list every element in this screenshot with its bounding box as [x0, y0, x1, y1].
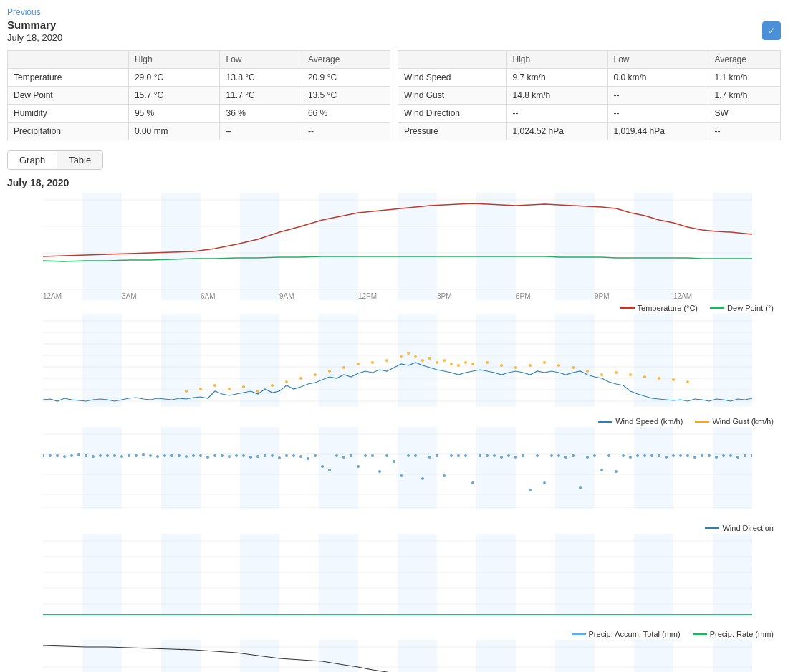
row-value: 1,019.44 hPa	[607, 123, 708, 140]
row-value: 0.00 mm	[128, 123, 220, 140]
svg-point-188	[729, 454, 732, 457]
svg-point-182	[686, 454, 689, 457]
svg-point-124	[271, 454, 274, 457]
precipitation-chart: 1 0.8 0.6 0.4 0.2 0 Precip. Accum. Total…	[7, 534, 781, 640]
svg-point-150	[457, 454, 460, 457]
col-header-high: High	[128, 51, 220, 69]
svg-point-136	[357, 465, 360, 468]
summary-table-2: High Low Average Wind Speed9.7 km/h0.0 k…	[398, 50, 781, 140]
row-value: --	[708, 123, 781, 140]
svg-point-117	[221, 454, 224, 457]
row-value: 95 %	[128, 105, 220, 123]
previous-link[interactable]: Previous	[7, 7, 781, 17]
svg-point-47	[357, 363, 360, 365]
row-value: 9.7 km/h	[506, 69, 607, 87]
svg-point-62	[500, 364, 503, 367]
svg-point-50	[400, 355, 403, 358]
svg-point-185	[708, 454, 711, 457]
row-value: 66 %	[302, 105, 390, 123]
svg-point-167	[579, 486, 582, 489]
svg-point-121	[249, 456, 252, 459]
svg-point-148	[443, 474, 446, 477]
svg-point-183	[693, 456, 696, 459]
svg-point-44	[314, 373, 317, 376]
svg-point-95	[63, 455, 66, 458]
svg-point-54	[428, 357, 431, 360]
svg-point-67	[572, 366, 575, 369]
tab-table[interactable]: Table	[57, 151, 102, 169]
svg-point-100	[99, 454, 102, 457]
svg-point-64	[529, 364, 532, 367]
svg-point-138	[371, 454, 374, 457]
svg-point-146	[428, 456, 431, 459]
svg-point-175	[636, 454, 639, 457]
svg-point-163	[550, 454, 553, 457]
row-label: Dew Point	[8, 87, 129, 105]
row-value: 13.5 °C	[302, 87, 390, 105]
svg-point-174	[629, 456, 632, 459]
svg-point-141	[393, 460, 395, 463]
row-value: 13.8 °C	[220, 69, 302, 87]
svg-point-49	[385, 359, 388, 362]
svg-point-71	[629, 373, 632, 376]
svg-point-144	[414, 454, 417, 457]
svg-point-48	[371, 361, 374, 364]
row-value: 1.7 km/h	[708, 87, 781, 105]
svg-point-106	[142, 453, 145, 456]
svg-point-107	[149, 454, 152, 457]
row-value: 36 %	[220, 105, 302, 123]
svg-point-159	[522, 454, 524, 457]
svg-point-152	[471, 481, 474, 484]
col-header-high: High	[506, 51, 607, 69]
svg-point-119	[235, 454, 238, 457]
col-header-label	[398, 51, 507, 69]
svg-point-52	[414, 355, 417, 358]
svg-point-134	[342, 456, 345, 459]
tab-graph[interactable]: Graph	[8, 151, 57, 169]
svg-point-110	[170, 454, 173, 457]
svg-text:12AM: 12AM	[673, 292, 692, 300]
svg-point-176	[643, 454, 646, 457]
next-icon[interactable]: ✓	[762, 21, 781, 40]
precip-legend: Precip. Accum. Total (mm) Precip. Rate (…	[7, 627, 781, 640]
wind-direction-chart: 360° 270° 180° 90° 0° N W S E N	[7, 427, 781, 534]
svg-point-41	[271, 384, 274, 387]
svg-point-61	[486, 361, 489, 364]
col-header-low: Low	[607, 51, 708, 69]
svg-point-40	[256, 390, 259, 393]
svg-point-103	[120, 455, 123, 458]
svg-point-189	[736, 456, 739, 459]
row-value: 29.0 °C	[128, 69, 220, 87]
svg-point-154	[486, 454, 489, 457]
row-value: 15.7 °C	[128, 87, 220, 105]
svg-point-168	[586, 456, 589, 459]
row-value: --	[607, 87, 708, 105]
view-tabs: Graph Table	[7, 150, 103, 170]
svg-point-111	[178, 454, 181, 457]
svg-point-35	[185, 390, 188, 393]
svg-point-161	[536, 454, 539, 457]
svg-point-133	[335, 454, 338, 457]
svg-text:12AM: 12AM	[43, 292, 62, 300]
svg-point-70	[615, 371, 618, 374]
svg-point-120	[242, 454, 245, 457]
svg-point-158	[514, 456, 517, 459]
svg-point-187	[722, 454, 725, 457]
svg-point-109	[163, 454, 166, 457]
svg-point-68	[586, 370, 589, 373]
svg-point-94	[56, 454, 59, 457]
svg-point-149	[450, 454, 453, 457]
svg-point-69	[600, 373, 603, 376]
svg-point-170	[600, 469, 603, 471]
wind-dir-legend: Wind Direction	[7, 520, 781, 534]
svg-point-116	[213, 454, 216, 457]
row-label: Wind Gust	[398, 87, 507, 105]
svg-point-74	[672, 378, 675, 381]
temp-chart-legend: Temperature (°C) Dew Point (°)	[7, 300, 781, 314]
svg-point-75	[686, 380, 689, 383]
row-value: --	[607, 105, 708, 123]
svg-text:6AM: 6AM	[201, 292, 216, 300]
svg-point-122	[256, 455, 259, 458]
row-value: 1.1 km/h	[708, 69, 781, 87]
col-header-average: Average	[708, 51, 781, 69]
